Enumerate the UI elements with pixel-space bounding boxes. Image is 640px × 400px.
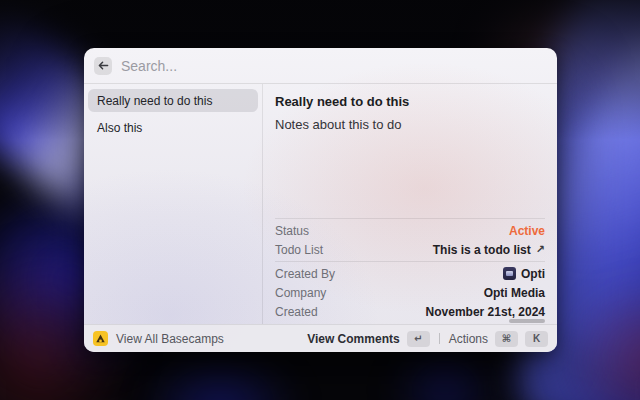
todo-list-value: This is a todo list [433, 243, 531, 257]
desktop: Really need to do this Also this Really … [0, 0, 640, 400]
meta-divider [275, 218, 545, 219]
detail-panel: Really need to do this Notes about this … [263, 84, 557, 324]
scrollbar-thumb[interactable] [509, 319, 545, 323]
created-by-value: Opti [503, 267, 545, 281]
list-item-label: Also this [97, 121, 142, 135]
company-value: Opti Media [484, 286, 545, 300]
todo-list-link[interactable]: This is a todo list ↗ [433, 243, 545, 257]
meta-label: Status [275, 224, 309, 238]
footer-separator [439, 333, 440, 344]
command-key-icon: ⌘ [495, 331, 518, 347]
open-link-icon: ↗ [536, 243, 545, 256]
meta-label: Todo List [275, 243, 323, 257]
detail-notes: Notes about this to do [275, 117, 545, 132]
view-all-basecamps-button[interactable]: View All Basecamps [93, 331, 224, 346]
wallpaper-glow [560, 280, 640, 400]
view-all-basecamps-label: View All Basecamps [116, 332, 224, 346]
creator-avatar [503, 267, 516, 280]
k-key-icon: K [525, 331, 548, 347]
list-item[interactable]: Really need to do this [88, 89, 258, 112]
window-body: Really need to do this Also this Really … [84, 84, 557, 324]
meta-row-todo-list: Todo List This is a todo list ↗ [275, 240, 545, 259]
basecamp-logo-icon [93, 331, 108, 346]
footer-actions: View Comments ↵ Actions ⌘ K [307, 331, 548, 347]
basecamp-triangle-glyph [95, 333, 106, 344]
spacer [275, 132, 545, 216]
return-key-icon: ↵ [407, 331, 430, 347]
back-button[interactable] [94, 57, 112, 75]
list-item[interactable]: Also this [88, 116, 258, 139]
meta-label: Created By [275, 267, 335, 281]
creator-name: Opti [521, 267, 545, 281]
arrow-left-icon [98, 60, 109, 71]
meta-row-company: Company Opti Media [275, 283, 545, 302]
status-badge: Active [509, 224, 545, 238]
meta-divider [275, 261, 545, 262]
list-item-label: Really need to do this [97, 94, 212, 108]
view-comments-button[interactable]: View Comments [307, 332, 399, 346]
meta-label: Company [275, 286, 326, 300]
detail-title: Really need to do this [275, 94, 545, 109]
footer-bar: View All Basecamps View Comments ↵ Actio… [84, 324, 557, 352]
meta-row-created-by: Created By Opti [275, 264, 545, 283]
wallpaper-glow [390, 345, 500, 400]
created-date-value: November 21st, 2024 [426, 305, 545, 319]
search-bar [84, 48, 557, 84]
wallpaper-glow [140, 355, 300, 400]
command-palette-window: Really need to do this Also this Really … [84, 48, 557, 352]
search-input[interactable] [121, 58, 547, 74]
meta-label: Created [275, 305, 318, 319]
actions-button[interactable]: Actions [449, 332, 488, 346]
meta-row-status: Status Active [275, 221, 545, 240]
meta-row-created: Created November 21st, 2024 [275, 302, 545, 321]
results-sidebar: Really need to do this Also this [84, 84, 262, 324]
